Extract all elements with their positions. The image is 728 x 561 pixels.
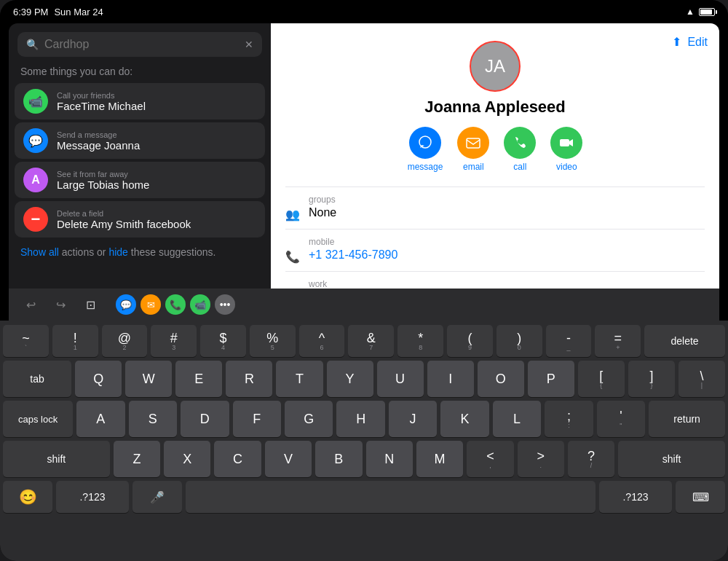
edit-button[interactable]: Edit [687,36,708,49]
action-video[interactable]: video [550,127,582,172]
key-i[interactable]: I [427,361,474,397]
key-shift-left[interactable]: shift [3,441,110,477]
suggestion-text-large: See it from far away Large Tobias home [57,170,149,191]
key-f[interactable]: F [233,401,281,437]
action-email[interactable]: email [457,127,489,172]
key-shift-right[interactable]: shift [618,441,725,477]
search-input[interactable] [44,38,239,51]
suggestion-list: 📹 Call your friends FaceTime Michael 💬 S… [9,83,271,238]
key-backslash[interactable]: \| [678,361,725,397]
toolbar-email-btn[interactable]: ✉ [141,294,161,315]
key-n[interactable]: N [366,441,413,477]
key-comma[interactable]: <, [467,441,513,477]
key-emoji[interactable]: 😊 [3,481,52,513]
delete-subtitle: Delete a field [57,209,191,218]
key-tab[interactable]: tab [3,361,71,397]
key-7[interactable]: &7 [348,325,394,357]
svg-rect-2 [560,139,569,146]
key-8[interactable]: *8 [397,325,443,357]
key-j[interactable]: J [389,401,437,437]
key-hide[interactable]: ⌨ [676,481,725,513]
key-capslock[interactable]: caps lock [3,401,73,437]
key-bracket-open[interactable]: [{ [578,361,625,397]
key-s[interactable]: S [129,401,177,437]
action-message[interactable]: message [408,127,443,172]
mobile-value[interactable]: +1 321-456-7890 [309,248,705,262]
action-call[interactable]: call [504,127,536,172]
toolbar-call-btn[interactable]: 📞 [165,294,186,315]
key-minus[interactable]: -_ [546,325,592,357]
key-y[interactable]: Y [327,361,373,397]
key-h[interactable]: H [336,401,384,437]
key-m[interactable]: M [416,441,463,477]
delete-icon: − [23,207,48,232]
key-0[interactable]: )0 [496,325,542,357]
key-1[interactable]: !1 [52,325,98,357]
redo-button[interactable]: ↪ [50,295,71,315]
key-o[interactable]: O [478,361,524,397]
key-g[interactable]: G [285,401,333,437]
suggestion-item-facetime[interactable]: 📹 Call your friends FaceTime Michael [15,83,265,119]
message-btn-label: message [408,162,443,172]
key-c[interactable]: C [214,441,261,477]
key-6[interactable]: ^6 [299,325,345,357]
detail-mobile: 📞 mobile +1 321-456-7890 [285,229,705,271]
toolbar-more-btn[interactable]: ••• [215,294,235,315]
key-a[interactable]: A [76,401,124,437]
key-slash[interactable]: ?/ [568,441,614,477]
date: Sun Mar 24 [54,7,103,17]
toolbar-message-btn[interactable]: 💬 [116,294,136,315]
key-delete[interactable]: delete [644,325,725,357]
key-r[interactable]: R [226,361,272,397]
key-t[interactable]: T [276,361,323,397]
key-5[interactable]: %5 [250,325,296,357]
toolbar-video-btn[interactable]: 📹 [190,294,210,315]
groups-value: None [309,206,705,219]
key-9[interactable]: (9 [447,325,493,357]
key-q[interactable]: Q [75,361,122,397]
key-e[interactable]: E [175,361,222,397]
key-k[interactable]: K [440,401,488,437]
suggestion-item-large[interactable]: A See it from far away Large Tobias home [15,162,265,198]
search-icon: 🔍 [26,39,39,50]
suggestion-item-delete[interactable]: − Delete a field Delete Amy Smith facebo… [15,201,265,238]
keyboard: ~` !1 @2 #3 $4 %5 ^6 &7 *8 (9 )0 -_ =+ d… [0,321,728,561]
search-clear-icon[interactable]: ✕ [245,39,253,50]
suggestion-item-message[interactable]: 💬 Send a message Message Joanna [15,122,265,159]
groups-icon: 👥 [285,208,300,221]
key-v[interactable]: V [265,441,312,477]
key-2[interactable]: @2 [102,325,148,357]
suggestion-text-delete: Delete a field Delete Amy Smith facebook [57,209,191,230]
key-period[interactable]: >. [518,441,564,477]
facetime-title: FaceTime Michael [57,100,146,112]
key-equals[interactable]: =+ [595,325,641,357]
email-btn-icon [457,127,489,159]
key-w[interactable]: W [125,361,172,397]
key-4[interactable]: $4 [200,325,246,357]
key-row-5: 😊 .?123 🎤 .?123 ⌨ [3,481,725,513]
key-space[interactable] [186,481,596,513]
key-b[interactable]: B [315,441,362,477]
key-l[interactable]: L [493,401,541,437]
key-return[interactable]: return [649,401,725,437]
suggestion-text-message: Send a message Message Joanna [57,130,140,152]
key-d[interactable]: D [181,401,229,437]
copy-button[interactable]: ⊡ [80,295,101,315]
key-mic[interactable]: 🎤 [132,481,182,513]
key-tilde[interactable]: ~` [3,325,49,357]
key-x[interactable]: X [164,441,210,477]
key-p[interactable]: P [528,361,574,397]
key-num-left[interactable]: .?123 [56,481,129,513]
key-u[interactable]: U [377,361,424,397]
toolbar-action-icons: 💬 ✉ 📞 📹 ••• [116,294,235,315]
key-quote[interactable]: '" [597,401,645,437]
undo-button[interactable]: ↩ [20,295,41,315]
share-icon[interactable]: ⬆ [672,35,681,49]
key-z[interactable]: Z [114,441,160,477]
key-3[interactable]: #3 [151,325,197,357]
key-num-right[interactable]: .?123 [599,481,672,513]
key-bracket-close[interactable]: ]} [628,361,675,397]
key-semicolon[interactable]: ;: [545,401,593,437]
show-all-link[interactable]: Show all [20,246,59,258]
hide-link[interactable]: hide [108,246,127,258]
